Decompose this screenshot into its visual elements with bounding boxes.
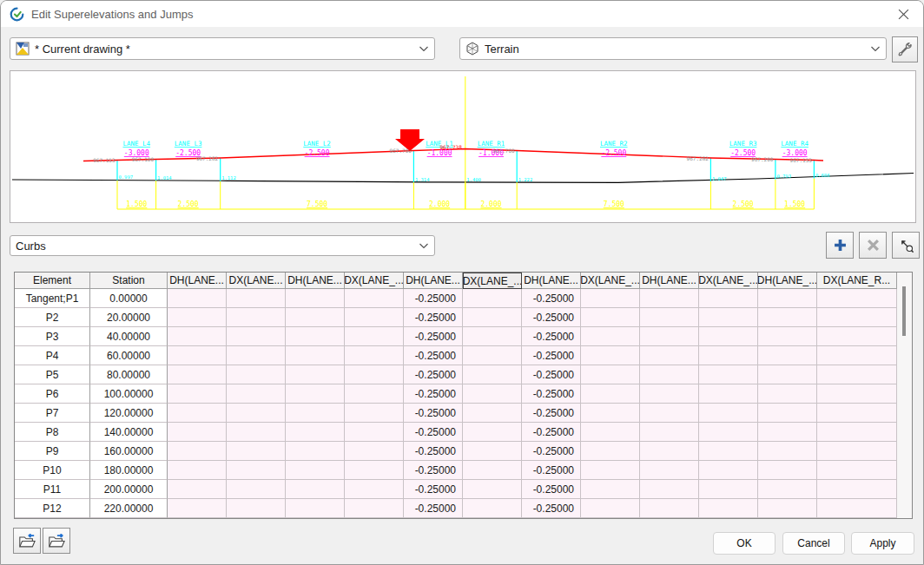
column-header[interactable]: DH(LANE... bbox=[640, 273, 699, 289]
value-cell[interactable] bbox=[345, 308, 404, 327]
value-cell[interactable] bbox=[640, 327, 699, 346]
value-cell[interactable] bbox=[758, 404, 817, 423]
value-cell[interactable] bbox=[640, 384, 699, 404]
value-cell[interactable] bbox=[227, 442, 286, 461]
value-cell[interactable] bbox=[758, 365, 817, 384]
value-cell[interactable] bbox=[463, 499, 522, 518]
value-cell[interactable] bbox=[168, 327, 227, 346]
station-cell[interactable]: 160.00000 bbox=[90, 442, 168, 461]
value-cell[interactable] bbox=[345, 480, 404, 499]
apply-button[interactable]: Apply bbox=[851, 532, 914, 555]
value-cell[interactable] bbox=[699, 423, 758, 442]
column-header[interactable]: DH(LANE... bbox=[168, 273, 227, 289]
value-cell[interactable] bbox=[758, 327, 817, 346]
value-cell[interactable] bbox=[168, 442, 227, 461]
station-cell[interactable]: 200.00000 bbox=[90, 480, 168, 499]
value-cell[interactable] bbox=[581, 384, 640, 404]
value-cell[interactable] bbox=[286, 327, 345, 346]
column-header[interactable]: DX(LANE_... bbox=[699, 273, 758, 289]
element-cell[interactable]: P9 bbox=[15, 442, 90, 461]
value-cell[interactable] bbox=[581, 461, 640, 480]
value-cell[interactable] bbox=[227, 404, 286, 423]
value-cell[interactable] bbox=[463, 365, 522, 384]
value-cell[interactable] bbox=[758, 289, 817, 308]
value-cell[interactable] bbox=[286, 423, 345, 442]
value-cell[interactable] bbox=[581, 346, 640, 365]
value-cell[interactable]: -0.25000 bbox=[522, 384, 581, 404]
value-cell[interactable]: -0.25000 bbox=[404, 423, 463, 442]
value-cell[interactable] bbox=[463, 404, 522, 423]
value-cell[interactable] bbox=[581, 289, 640, 308]
value-cell[interactable] bbox=[817, 308, 897, 327]
column-header[interactable]: DH(LANE_... bbox=[758, 273, 817, 289]
cancel-button[interactable]: Cancel bbox=[782, 532, 845, 555]
value-cell[interactable] bbox=[227, 327, 286, 346]
terrain-combo[interactable]: Terrain bbox=[459, 37, 887, 60]
element-cell[interactable]: P11 bbox=[15, 480, 90, 499]
value-cell[interactable] bbox=[345, 499, 404, 518]
column-header[interactable]: DX(LANE_... bbox=[581, 273, 640, 289]
value-cell[interactable]: -0.25000 bbox=[404, 308, 463, 327]
value-cell[interactable] bbox=[168, 480, 227, 499]
value-cell[interactable] bbox=[699, 442, 758, 461]
value-cell[interactable] bbox=[227, 346, 286, 365]
terrain-settings-button[interactable] bbox=[892, 36, 918, 62]
value-cell[interactable] bbox=[227, 308, 286, 327]
column-header[interactable]: Station bbox=[90, 273, 168, 289]
station-cell[interactable]: 140.00000 bbox=[90, 423, 168, 442]
value-cell[interactable] bbox=[699, 289, 758, 308]
value-cell[interactable] bbox=[168, 404, 227, 423]
station-cell[interactable]: 180.00000 bbox=[90, 461, 168, 480]
value-cell[interactable] bbox=[463, 480, 522, 499]
export-button[interactable] bbox=[43, 528, 70, 554]
value-cell[interactable] bbox=[463, 423, 522, 442]
value-cell[interactable]: -0.25000 bbox=[404, 365, 463, 384]
value-cell[interactable] bbox=[640, 461, 699, 480]
value-cell[interactable] bbox=[817, 327, 897, 346]
value-cell[interactable]: -0.25000 bbox=[522, 461, 581, 480]
value-cell[interactable]: -0.25000 bbox=[522, 499, 581, 518]
value-cell[interactable] bbox=[581, 308, 640, 327]
element-cell[interactable]: P2 bbox=[15, 308, 90, 327]
value-cell[interactable] bbox=[640, 423, 699, 442]
value-cell[interactable] bbox=[168, 365, 227, 384]
value-cell[interactable] bbox=[227, 365, 286, 384]
value-cell[interactable]: -0.25000 bbox=[522, 442, 581, 461]
value-cell[interactable]: -0.25000 bbox=[404, 480, 463, 499]
value-cell[interactable] bbox=[345, 289, 404, 308]
element-cell[interactable]: P8 bbox=[15, 423, 90, 442]
value-cell[interactable] bbox=[758, 461, 817, 480]
value-cell[interactable] bbox=[817, 461, 897, 480]
value-cell[interactable] bbox=[286, 308, 345, 327]
value-cell[interactable]: -0.25000 bbox=[404, 461, 463, 480]
value-cell[interactable] bbox=[168, 308, 227, 327]
value-cell[interactable] bbox=[168, 499, 227, 518]
value-cell[interactable] bbox=[345, 327, 404, 346]
value-cell[interactable] bbox=[817, 289, 897, 308]
value-cell[interactable] bbox=[640, 499, 699, 518]
value-cell[interactable] bbox=[758, 499, 817, 518]
value-cell[interactable] bbox=[345, 404, 404, 423]
column-header[interactable]: DX(LANE_... bbox=[345, 273, 404, 289]
value-cell[interactable]: -0.25000 bbox=[404, 404, 463, 423]
element-cell[interactable]: P4 bbox=[15, 346, 90, 365]
value-cell[interactable] bbox=[168, 289, 227, 308]
value-cell[interactable] bbox=[640, 365, 699, 384]
value-cell[interactable]: -0.25000 bbox=[522, 404, 581, 423]
value-cell[interactable] bbox=[581, 423, 640, 442]
station-cell[interactable]: 40.00000 bbox=[90, 327, 168, 346]
cross-section-preview[interactable]: 1.5002.5007.5002.0002.0007.5002.5001.500… bbox=[10, 70, 916, 223]
value-cell[interactable] bbox=[640, 308, 699, 327]
value-cell[interactable] bbox=[463, 346, 522, 365]
value-cell[interactable] bbox=[227, 461, 286, 480]
value-cell[interactable]: -0.25000 bbox=[522, 365, 581, 384]
value-cell[interactable] bbox=[758, 346, 817, 365]
value-cell[interactable] bbox=[699, 384, 758, 404]
value-cell[interactable] bbox=[581, 327, 640, 346]
value-cell[interactable] bbox=[286, 404, 345, 423]
station-cell[interactable]: 220.00000 bbox=[90, 499, 168, 518]
section-element-combo[interactable]: Curbs bbox=[10, 235, 435, 256]
column-header[interactable]: DH(LANE... bbox=[404, 273, 463, 289]
column-header[interactable]: DX(LANE... bbox=[227, 273, 286, 289]
value-cell[interactable] bbox=[699, 461, 758, 480]
